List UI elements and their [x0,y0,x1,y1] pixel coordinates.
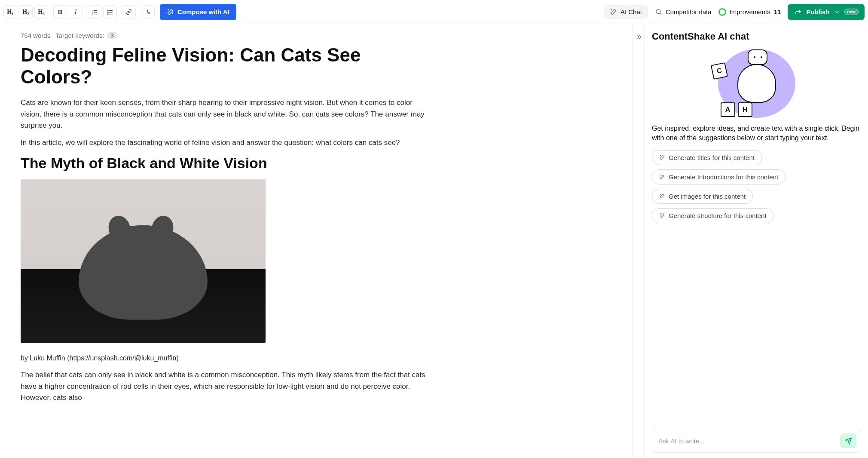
chevron-down-icon [834,9,840,15]
svg-point-10 [107,13,108,14]
ai-chat-label: AI Chat [620,8,642,15]
paragraph[interactable]: In this article, we will explore the fas… [21,137,433,148]
improvements-label: Improvements [730,8,770,15]
send-icon [845,437,852,445]
suggestion-button[interactable]: Generate structure for this content [652,208,774,223]
ordered-list-icon: 123 [92,9,98,15]
toolbar-right: AI Chat Competitor data Improvements 11 … [604,4,865,20]
article-image[interactable] [21,179,266,343]
suggestion-label: Get images for this content [669,193,746,200]
keyword-count-badge[interactable]: 3 [107,32,118,39]
suggestion-list: Generate titles for this content Generat… [652,150,861,223]
svg-point-8 [107,12,108,12]
image-caption[interactable]: by Luku Muffin (https://unsplash.com/@lu… [21,353,433,364]
ai-chat-panel: ContentShake AI chat C H A Get inspired,… [645,24,868,458]
unordered-list-button[interactable] [103,5,117,19]
clear-format-button[interactable] [141,5,155,19]
suggestion-label: Generate Introductions for this content [669,173,778,181]
publish-label: Publish [806,8,829,15]
paragraph[interactable]: The belief that cats can only see in bla… [21,369,433,403]
ai-input[interactable] [658,437,836,445]
svg-text:3: 3 [92,12,93,15]
magic-wand-icon [610,8,617,15]
link-icon [126,9,132,15]
suggestion-button[interactable]: Generate titles for this content [652,150,762,165]
svg-point-6 [107,10,108,11]
paragraph[interactable]: Cats are known for their keen senses, fr… [21,97,433,131]
clear-format-icon [145,9,151,15]
magic-wand-icon [659,193,665,199]
article-title[interactable]: Decoding Feline Vision: Can Cats See Col… [21,44,407,88]
collapse-panel-button[interactable] [633,24,645,458]
cat-illustration [79,225,208,320]
compose-label: Compose with AI [177,8,229,15]
ordered-list-button[interactable]: 123 [88,5,101,19]
meta-line: 754 words Target keywords: 3 [21,32,612,39]
magic-wand-icon [659,174,665,180]
unordered-list-icon [107,9,113,15]
publish-button[interactable]: Publish new [788,4,865,20]
svg-line-15 [660,13,661,15]
suggestion-label: Generate titles for this content [669,154,755,161]
compose-with-ai-button[interactable]: Compose with AI [160,4,236,20]
section-heading[interactable]: The Myth of Black and White Vision [21,155,612,172]
h3-button[interactable]: H3 [34,5,48,19]
competitor-label: Competitor data [666,8,712,15]
new-badge: new [844,9,859,15]
search-icon [655,8,662,15]
ai-chat-link[interactable]: AI Chat [604,5,648,19]
magic-wand-icon [167,8,174,15]
improvements-link[interactable]: Improvements 11 [718,8,781,16]
suggestion-label: Generate structure for this content [669,212,767,219]
h1-button[interactable]: H1 [3,5,17,19]
ai-description: Get inspired, explore ideas, and create … [652,124,861,143]
competitor-data-link[interactable]: Competitor data [655,8,712,15]
h2-button[interactable]: H2 [19,5,33,19]
main-content: 754 words Target keywords: 3 Decoding Fe… [0,24,868,458]
improvements-count: 11 [774,8,781,15]
word-count: 754 words [21,32,50,39]
magic-wand-icon [659,154,665,160]
link-button[interactable] [122,5,136,19]
chevron-right-double-icon [636,34,642,40]
ai-panel-title: ContentShake AI chat [652,31,861,42]
svg-point-14 [656,9,660,14]
share-arrow-icon [795,8,802,15]
target-keywords-label: Target keywords: [55,32,104,39]
ai-input-row [652,429,861,453]
suggestion-button[interactable]: Generate Introductions for this content [652,169,785,184]
ai-illustration: C H A [652,49,861,118]
send-button[interactable] [840,433,856,448]
top-toolbar: H1 H2 H3 B I 123 Compo [0,0,868,24]
magic-wand-icon [659,212,665,218]
toolbar-left: H1 H2 H3 B I 123 Compo [3,4,236,20]
editor-column[interactable]: 754 words Target keywords: 3 Decoding Fe… [0,24,633,458]
italic-button[interactable]: I [69,5,83,19]
ring-icon [718,8,726,16]
bold-button[interactable]: B [53,5,67,19]
suggestion-button[interactable]: Get images for this content [652,189,753,204]
